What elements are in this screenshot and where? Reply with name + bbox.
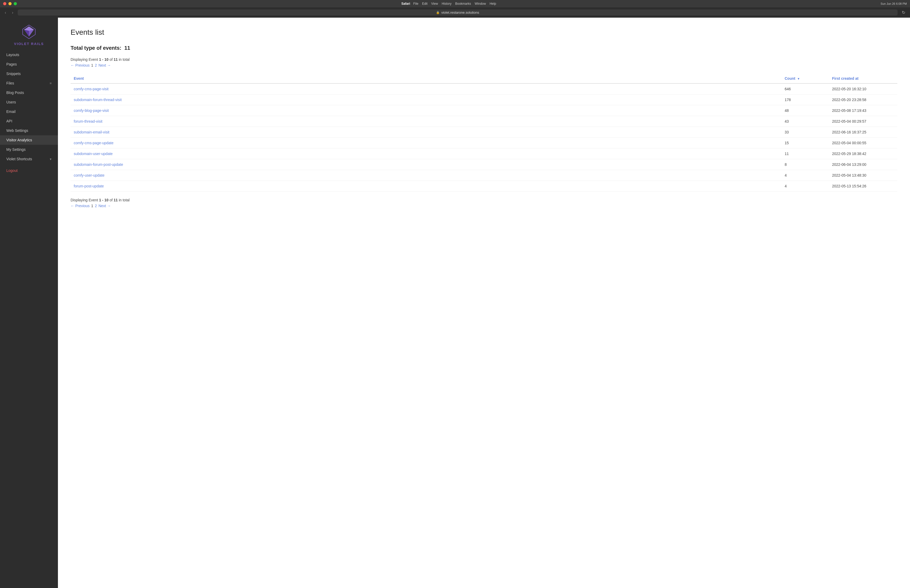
minimize-dot[interactable] — [8, 2, 11, 5]
table-row: comfy-cms-page-visit6462022-05-20 16:32:… — [71, 84, 897, 94]
count-column-label: Count — [785, 76, 795, 81]
count-cell: 11 — [782, 149, 829, 159]
forward-button[interactable]: › — [10, 10, 15, 16]
time-display: Sun Jun 26 6:08 PM — [881, 2, 907, 5]
table-row: subdomain-email-visit332022-06-16 16:37:… — [71, 127, 897, 138]
maximize-dot[interactable] — [14, 2, 17, 5]
event-link[interactable]: comfy-cms-page-update — [74, 141, 113, 145]
first-created-column-label: First created at — [832, 76, 858, 81]
hamburger-icon: ≡ — [50, 81, 52, 85]
back-button[interactable]: ‹ — [3, 10, 8, 16]
sidebar-item-label: Email — [6, 110, 16, 114]
sidebar-item-email[interactable]: Email — [0, 107, 58, 116]
event-cell: forum-thread-visit — [71, 116, 782, 127]
event-cell: subdomain-forum-thread-visit — [71, 94, 782, 105]
sidebar-item-label: Visitor Analytics — [6, 138, 32, 142]
event-cell: subdomain-user-update — [71, 149, 782, 159]
count-cell: 8 — [782, 159, 829, 170]
column-header-count[interactable]: Count ▼ — [782, 74, 829, 84]
page-title: Events list — [71, 28, 897, 37]
address-bar[interactable]: 🔒 violet.restarone.solutions — [18, 10, 898, 16]
pagination-links-top: ← Previous 1 2 Next → — [71, 63, 897, 67]
close-dot[interactable] — [3, 2, 6, 5]
date-cell: 2022-05-04 00:00:55 — [829, 138, 897, 149]
svg-marker-3 — [24, 30, 29, 37]
count-cell: 4 — [782, 181, 829, 192]
count-cell: 48 — [782, 105, 829, 116]
url-display: violet.restarone.solutions — [441, 11, 479, 15]
events-table: Event Count ▼ First created at comfy-cms… — [71, 74, 897, 192]
next-page-link-top[interactable]: Next → — [99, 63, 111, 67]
page-2-link-bottom[interactable]: 2 — [95, 204, 97, 208]
sidebar-item-blog-posts[interactable]: Blog Posts — [0, 88, 58, 97]
sidebar-item-files[interactable]: Files ≡ — [0, 78, 58, 88]
logo-area: VIOLET RAILS — [0, 18, 58, 50]
prev-page-link-top[interactable]: ← Previous — [71, 63, 89, 67]
count-cell: 43 — [782, 116, 829, 127]
sidebar-item-label: API — [6, 119, 12, 123]
table-row: subdomain-forum-thread-visit1782022-05-2… — [71, 94, 897, 105]
date-cell: 2022-06-16 16:37:25 — [829, 127, 897, 138]
event-link[interactable]: subdomain-forum-thread-visit — [74, 98, 122, 102]
menu-bookmarks[interactable]: Bookmarks — [455, 2, 471, 5]
sidebar-item-pages[interactable]: Pages — [0, 60, 58, 69]
total-events-label: Total type of events: — [71, 45, 121, 51]
reload-button[interactable]: ↻ — [900, 10, 907, 16]
logout-button[interactable]: Logout — [0, 166, 58, 175]
event-link[interactable]: forum-thread-visit — [74, 119, 102, 123]
sidebar-item-web-settings[interactable]: Web Settings — [0, 126, 58, 135]
page-1-label-bottom: 1 — [91, 204, 93, 208]
event-link[interactable]: comfy-user-update — [74, 173, 105, 178]
table-row: subdomain-forum-post-update82022-06-04 1… — [71, 159, 897, 170]
event-link[interactable]: forum-post-update — [74, 184, 104, 188]
sidebar-item-visitor-analytics[interactable]: Visitor Analytics — [0, 135, 58, 145]
prev-page-link-bottom[interactable]: ← Previous — [71, 204, 89, 208]
menu-window[interactable]: Window — [475, 2, 486, 5]
logo-diamond-icon — [21, 24, 37, 40]
event-cell: comfy-user-update — [71, 170, 782, 181]
event-link[interactable]: subdomain-user-update — [74, 152, 113, 156]
menu-safari[interactable]: Safari — [401, 2, 410, 5]
sidebar: VIOLET RAILS Layouts Pages Snippets File… — [0, 18, 58, 588]
sidebar-item-violet-shortcuts[interactable]: Violet Shortcuts ▾ — [0, 154, 58, 164]
menu-view[interactable]: View — [431, 2, 438, 5]
sidebar-item-snippets[interactable]: Snippets — [0, 69, 58, 78]
pagination-links-bottom: ← Previous 1 2 Next → — [71, 204, 897, 208]
sidebar-item-label: Files — [6, 81, 14, 85]
sidebar-item-api[interactable]: API — [0, 116, 58, 126]
event-cell: subdomain-forum-post-update — [71, 159, 782, 170]
mac-menu-bar: Safari File Edit View History Bookmarks … — [19, 2, 878, 5]
total-events-number: 11 — [124, 45, 130, 51]
bottom-pagination: Displaying Event 1 - 10 of 11 in total ←… — [71, 198, 897, 208]
mac-status-icons: Sun Jun 26 6:08 PM — [881, 2, 907, 5]
next-page-link-bottom[interactable]: Next → — [99, 204, 111, 208]
svg-marker-4 — [29, 30, 34, 37]
event-link[interactable]: comfy-cms-page-visit — [74, 87, 108, 91]
count-cell: 33 — [782, 127, 829, 138]
count-cell: 15 — [782, 138, 829, 149]
menu-file[interactable]: File — [414, 2, 419, 5]
date-cell: 2022-06-04 13:29:00 — [829, 159, 897, 170]
count-cell: 4 — [782, 170, 829, 181]
page-2-link-top[interactable]: 2 — [95, 63, 97, 67]
sidebar-item-label: My Settings — [6, 147, 26, 152]
date-cell: 2022-05-13 15:54:26 — [829, 181, 897, 192]
sidebar-item-label: Blog Posts — [6, 90, 24, 95]
sidebar-item-my-settings[interactable]: My Settings — [0, 145, 58, 154]
event-link[interactable]: subdomain-email-visit — [74, 130, 109, 134]
pagination-info-top: Displaying Event 1 - 10 of 11 in total — [71, 57, 897, 61]
sidebar-item-users[interactable]: Users — [0, 97, 58, 107]
lock-icon: 🔒 — [436, 11, 440, 14]
menu-help[interactable]: Help — [490, 2, 496, 5]
event-link[interactable]: comfy-blog-page-visit — [74, 108, 109, 113]
event-cell: comfy-blog-page-visit — [71, 105, 782, 116]
menu-history[interactable]: History — [441, 2, 451, 5]
date-cell: 2022-05-20 23:28:58 — [829, 94, 897, 105]
main-content: Events list Total type of events: 11 Dis… — [58, 18, 910, 588]
sidebar-item-label: Pages — [6, 62, 17, 66]
table-row: comfy-cms-page-update152022-05-04 00:00:… — [71, 138, 897, 149]
menu-edit[interactable]: Edit — [422, 2, 428, 5]
table-row: subdomain-user-update112022-05-29 18:38:… — [71, 149, 897, 159]
sidebar-item-layouts[interactable]: Layouts — [0, 50, 58, 60]
event-link[interactable]: subdomain-forum-post-update — [74, 162, 123, 166]
